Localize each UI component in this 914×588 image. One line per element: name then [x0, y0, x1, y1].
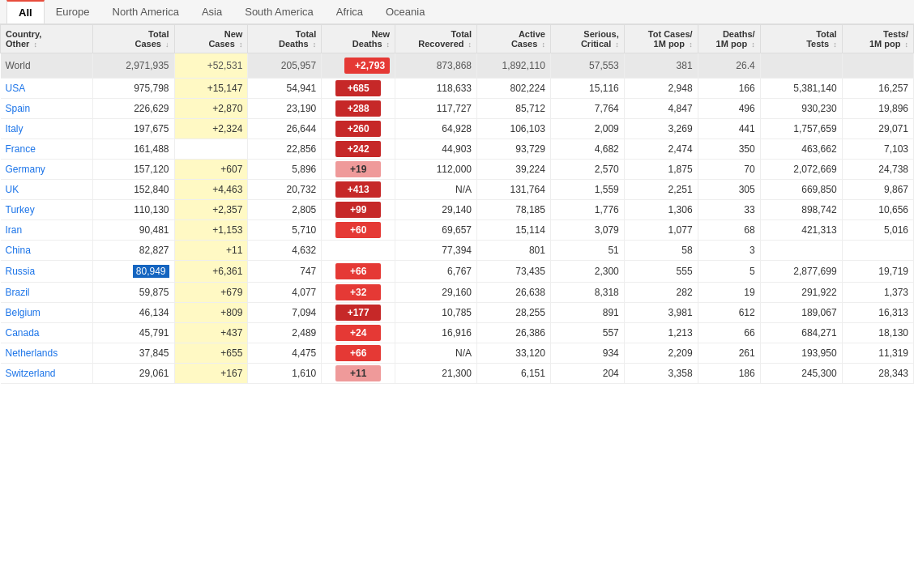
col-tests-per-m[interactable]: Tests/1M pop ↕ — [842, 25, 913, 53]
col-total-deaths[interactable]: TotalDeaths ↕ — [248, 25, 322, 53]
total-deaths-cell: 2,805 — [248, 200, 322, 220]
serious-cell: 2,300 — [550, 261, 624, 283]
covid-table: Country,Other ↕ TotalCases ↓ NewCases ↕ … — [0, 24, 914, 384]
tab-asia[interactable]: Asia — [190, 1, 233, 23]
col-tot-per-m[interactable]: Tot Cases/1M pop ↕ — [624, 25, 698, 53]
world-row: World 2,971,935 +52,531 205,957 +2,793 8… — [1, 53, 914, 79]
new-cases-cell: +607 — [174, 160, 248, 180]
total-recovered-cell: 29,140 — [395, 200, 477, 220]
tot-per-m-cell: 1,875 — [624, 160, 698, 180]
total-tests-cell: 193,950 — [760, 343, 842, 364]
active-cases-cell: 33,120 — [477, 343, 551, 364]
new-deaths-cell: +24 — [322, 323, 395, 343]
table-row: USA 975,798 +15,147 54,941 +685 118,633 … — [1, 79, 914, 99]
serious-cell: 8,318 — [550, 283, 624, 303]
tab-all[interactable]: All — [6, 0, 45, 23]
total-cases-cell: 110,130 — [92, 200, 174, 220]
table-row: Germany 157,120 +607 5,896 +19 112,000 3… — [1, 160, 914, 180]
active-cases-cell: 802,224 — [477, 79, 551, 99]
total-recovered-cell: N/A — [395, 343, 477, 364]
world-total-recovered: 873,868 — [395, 53, 477, 79]
total-cases-cell: 46,134 — [92, 303, 174, 323]
country-cell: Iran — [1, 220, 93, 241]
total-deaths-cell: 747 — [248, 261, 322, 283]
total-deaths-cell: 23,190 — [248, 99, 322, 119]
country-link[interactable]: UK — [6, 184, 19, 195]
total-tests-cell: 245,300 — [760, 364, 842, 384]
country-cell: Italy — [1, 119, 93, 139]
col-serious[interactable]: Serious,Critical ↕ — [550, 25, 624, 53]
total-deaths-cell: 5,896 — [248, 160, 322, 180]
country-link[interactable]: Italy — [6, 123, 23, 134]
total-deaths-cell: 26,644 — [248, 119, 322, 139]
world-country: World — [1, 53, 93, 79]
tab-europe[interactable]: Europe — [45, 1, 101, 23]
country-link[interactable]: Turkey — [6, 204, 35, 215]
active-cases-cell: 106,103 — [477, 119, 551, 139]
deaths-per-m-cell: 5 — [698, 261, 760, 283]
deaths-per-m-cell: 68 — [698, 220, 760, 241]
new-deaths-cell: +260 — [322, 119, 395, 139]
new-cases-cell — [174, 139, 248, 160]
table-row: Spain 226,629 +2,870 23,190 +288 117,727… — [1, 99, 914, 119]
total-deaths-cell: 54,941 — [248, 79, 322, 99]
tot-per-m-cell: 282 — [624, 283, 698, 303]
col-country[interactable]: Country,Other ↕ — [1, 25, 93, 53]
serious-cell: 204 — [550, 364, 624, 384]
tab-oceania[interactable]: Oceania — [374, 1, 436, 23]
country-link[interactable]: Netherlands — [6, 347, 58, 359]
col-total-tests[interactable]: TotalTests ↕ — [760, 25, 842, 53]
tests-per-m-cell: 7,103 — [842, 139, 913, 160]
country-link[interactable]: Brazil — [6, 287, 30, 298]
deaths-per-m-cell: 70 — [698, 160, 760, 180]
country-link[interactable]: Iran — [6, 224, 23, 236]
country-link[interactable]: Belgium — [6, 307, 41, 318]
tot-per-m-cell: 1,077 — [624, 220, 698, 241]
tab-south-america[interactable]: South America — [233, 1, 325, 23]
world-tot-per-m: 381 — [624, 53, 698, 79]
col-new-cases[interactable]: NewCases ↕ — [174, 25, 248, 53]
col-active-cases[interactable]: ActiveCases ↕ — [477, 25, 551, 53]
col-new-deaths[interactable]: NewDeaths ↕ — [322, 25, 395, 53]
tot-per-m-cell: 1,213 — [624, 323, 698, 343]
deaths-per-m-cell: 441 — [698, 119, 760, 139]
total-tests-cell: 5,381,140 — [760, 79, 842, 99]
country-cell: Germany — [1, 160, 93, 180]
table-row: UK 152,840 +4,463 20,732 +413 N/A 131,76… — [1, 180, 914, 200]
total-tests-cell: 2,877,699 — [760, 261, 842, 283]
active-cases-cell: 6,151 — [477, 364, 551, 384]
new-deaths-cell: +32 — [322, 283, 395, 303]
country-cell: Spain — [1, 99, 93, 119]
tests-per-m-cell: 16,257 — [842, 79, 913, 99]
deaths-per-m-cell: 33 — [698, 200, 760, 220]
country-link[interactable]: Spain — [6, 103, 31, 114]
table-row: Belgium 46,134 +809 7,094 +177 10,785 28… — [1, 303, 914, 323]
col-deaths-per-m[interactable]: Deaths/1M pop ↕ — [698, 25, 760, 53]
country-cell: Russia — [1, 261, 93, 283]
active-cases-cell: 28,255 — [477, 303, 551, 323]
tab-africa[interactable]: Africa — [325, 1, 374, 23]
total-tests-cell: 669,850 — [760, 180, 842, 200]
col-total-recovered[interactable]: TotalRecovered ↕ — [395, 25, 477, 53]
table-row: Netherlands 37,845 +655 4,475 +66 N/A 33… — [1, 343, 914, 364]
table-header-row: Country,Other ↕ TotalCases ↓ NewCases ↕ … — [1, 25, 914, 53]
serious-cell: 1,559 — [550, 180, 624, 200]
country-link[interactable]: Canada — [6, 327, 40, 339]
total-cases-cell: 59,875 — [92, 283, 174, 303]
active-cases-cell: 85,712 — [477, 99, 551, 119]
tab-north-america[interactable]: North America — [101, 1, 190, 23]
country-link[interactable]: USA — [6, 83, 26, 94]
col-total-cases[interactable]: TotalCases ↓ — [92, 25, 174, 53]
country-link[interactable]: Switzerland — [6, 368, 56, 379]
total-recovered-cell: 69,657 — [395, 220, 477, 241]
new-cases-cell: +1,153 — [174, 220, 248, 241]
country-link[interactable]: Russia — [6, 266, 36, 277]
total-deaths-cell: 7,094 — [248, 303, 322, 323]
country-cell: USA — [1, 79, 93, 99]
total-deaths-cell: 4,475 — [248, 343, 322, 364]
country-link[interactable]: Germany — [6, 164, 45, 175]
total-recovered-cell: N/A — [395, 180, 477, 200]
new-deaths-cell: +242 — [322, 139, 395, 160]
country-link[interactable]: France — [6, 143, 36, 155]
country-link[interactable]: China — [6, 245, 31, 256]
